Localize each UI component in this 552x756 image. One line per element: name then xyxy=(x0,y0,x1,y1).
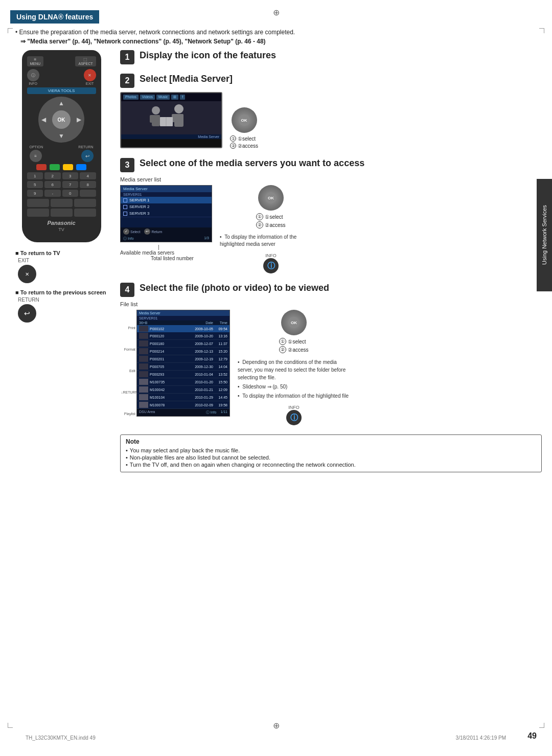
bullet-dot-1: • xyxy=(238,359,240,365)
server-list-header: Media Server xyxy=(121,186,212,192)
step-4-number: 4 xyxy=(120,283,134,297)
step4-select: ① ①select xyxy=(279,338,308,345)
return-button[interactable]: ↩ xyxy=(81,150,94,162)
option-button[interactable]: ≡ xyxy=(30,150,42,162)
circle-1-3: ① xyxy=(256,213,263,220)
dpad-left[interactable]: ◀ xyxy=(41,116,46,123)
select-icon: ✓ xyxy=(123,228,129,235)
step4-sidebar-labels: Print Format Edit ↓RETURN Playlist xyxy=(120,310,136,417)
dpad-up[interactable]: ▲ xyxy=(58,100,64,107)
btn-minus[interactable]: - xyxy=(44,190,61,197)
server-item-1[interactable]: SERVER 2 xyxy=(121,203,212,210)
server-item-2[interactable]: SERVER 3 xyxy=(121,210,212,217)
menu-button[interactable]: ≡ MENU xyxy=(27,56,44,66)
btn-8[interactable]: 8 xyxy=(80,181,96,188)
file-footer-area: DSU Area xyxy=(139,410,155,415)
server-item-0[interactable]: SERVER 1 xyxy=(121,197,212,203)
red-button[interactable] xyxy=(36,164,47,170)
step-3-title: Select one of the media servers you want… xyxy=(140,158,364,169)
viera-tools-button[interactable]: VIERA TOOLS xyxy=(27,87,96,94)
step4-ok-area: OK ① ①select ② ②access xyxy=(238,310,350,353)
btn-5[interactable]: 5 xyxy=(27,181,43,188)
step-1-section: 1 Display the icon of the features xyxy=(120,50,542,64)
info-btn-label: INFO xyxy=(265,253,277,258)
btn-1[interactable]: 1 xyxy=(27,172,43,179)
return-btn-icon[interactable]: ↩ xyxy=(18,304,36,323)
btn-3[interactable]: 3 xyxy=(62,172,79,179)
footer: TH_L32C30KMTX_EN.indd 49 3/18/2011 4:26:… xyxy=(26,735,506,741)
file-row-9[interactable]: M100104 2010-01-29 14:45 xyxy=(137,394,229,401)
svg-rect-3 xyxy=(156,115,160,123)
thumb-8 xyxy=(139,386,148,393)
file-row-selected[interactable]: P000102 2009-10-05 09:54 xyxy=(137,325,229,332)
dpad-right[interactable]: ▶ xyxy=(77,116,81,123)
arrow-line-1 xyxy=(158,245,159,250)
step4-ok-center: OK xyxy=(288,317,300,328)
circle-2-4: ② xyxy=(279,346,286,353)
step3-info-btn-area: INFO ⓘ xyxy=(220,253,322,273)
ok-center: OK xyxy=(239,114,250,126)
file-row-10[interactable]: M100078 2010-02-09 19:58 xyxy=(137,401,229,409)
thumb-5 xyxy=(139,363,148,370)
step2-screen: Photos Videos Music ⊞ f xyxy=(120,92,222,148)
btn-9[interactable]: 9 xyxy=(27,190,43,197)
step2-footer: Media Server xyxy=(121,134,221,139)
exit-sublabel: EXIT xyxy=(18,258,112,263)
btn-7[interactable]: 7 xyxy=(62,181,79,188)
return-prev-label: ■ To return to the previous screen xyxy=(15,289,112,295)
ok-button[interactable]: OK xyxy=(52,110,71,129)
file-row-4[interactable]: P000201 2009-12-19 12:79 xyxy=(137,355,229,363)
note-item-1: You may select and play back the music f… xyxy=(126,447,536,453)
return-icon-area: ↩ Return xyxy=(144,228,162,235)
step4-screen-label: File list xyxy=(120,301,542,307)
file-row-3[interactable]: P000214 2009-12-13 15:20 xyxy=(137,348,229,355)
fn-btn-3[interactable] xyxy=(74,199,96,207)
menu-videos: Videos xyxy=(140,95,155,100)
thumb-0 xyxy=(139,326,148,332)
file-row-7[interactable]: M100735 2010-01-20 15:50 xyxy=(137,378,229,386)
menu-network: ⊞ xyxy=(171,95,178,100)
count-status: 1/3 xyxy=(204,236,209,241)
status-left: ⓘ Info xyxy=(123,236,134,241)
blue-button[interactable] xyxy=(76,164,86,170)
file-row-8[interactable]: M100042 2010-01-21 12:09 xyxy=(137,386,229,394)
fn-btn-1[interactable] xyxy=(27,199,49,207)
exit-btn-icon[interactable]: ✕ xyxy=(18,265,36,283)
fn-btn-5[interactable] xyxy=(51,209,73,217)
step3-ok-labels: ① ①select ② ②access xyxy=(256,213,285,228)
ok-labels: ① ①select ② ②access xyxy=(230,135,258,149)
yellow-button[interactable] xyxy=(63,164,73,170)
step-2-number: 2 xyxy=(120,74,134,88)
exit-button[interactable]: ✕ xyxy=(84,69,96,81)
dpad-down[interactable]: ▼ xyxy=(58,132,64,140)
compass-bottom-icon: ⊕ xyxy=(273,721,280,730)
file-row-2[interactable]: P000180 2009-12-07 11:37 xyxy=(137,340,229,348)
file-row-6[interactable]: P000293 2010-01-04 13:52 xyxy=(137,371,229,378)
thumb-6 xyxy=(139,371,148,377)
step3-access: ② ②access xyxy=(256,221,285,228)
section-header: Using DLNA® features xyxy=(10,10,99,24)
select-icon-area: ✓ Select xyxy=(123,228,140,235)
info-button[interactable]: ⓘ xyxy=(27,69,39,81)
aspect-button[interactable]: ⬚ ASPECT xyxy=(75,56,96,66)
file-list-header: Media Server xyxy=(137,310,229,316)
btn-extra[interactable] xyxy=(80,190,96,197)
btn-4[interactable]: 4 xyxy=(80,172,96,179)
step4-access: ② ②access xyxy=(279,346,308,353)
btn-2[interactable]: 2 xyxy=(44,172,61,179)
file-row-1[interactable]: P000120 2009-10-20 13:16 xyxy=(137,332,229,340)
remote-control: ≡ MENU ⬚ ASPECT ⓘ INFO ✕ xyxy=(22,50,101,242)
green-button[interactable] xyxy=(50,164,60,170)
btn-6[interactable]: 6 xyxy=(44,181,61,188)
step3-select: ① ①select xyxy=(256,213,285,220)
step-4-section: 4 Select the file (photo or video) to be… xyxy=(120,283,542,425)
file-row-5[interactable]: P000705 2009-12-30 14:04 xyxy=(137,363,229,371)
btn-0[interactable]: 0 xyxy=(62,190,79,197)
file-footer-info: ⓘ Info xyxy=(206,410,217,415)
step3-ok-area: OK ① ①select ② ②access xyxy=(220,185,322,228)
menu-music: Music xyxy=(156,95,170,100)
fn-btn-6[interactable] xyxy=(74,209,96,217)
server-list-bottom: ⓘ Info 1/3 xyxy=(121,236,212,242)
fn-btn-4[interactable] xyxy=(27,209,49,217)
fn-btn-2[interactable] xyxy=(51,199,73,207)
